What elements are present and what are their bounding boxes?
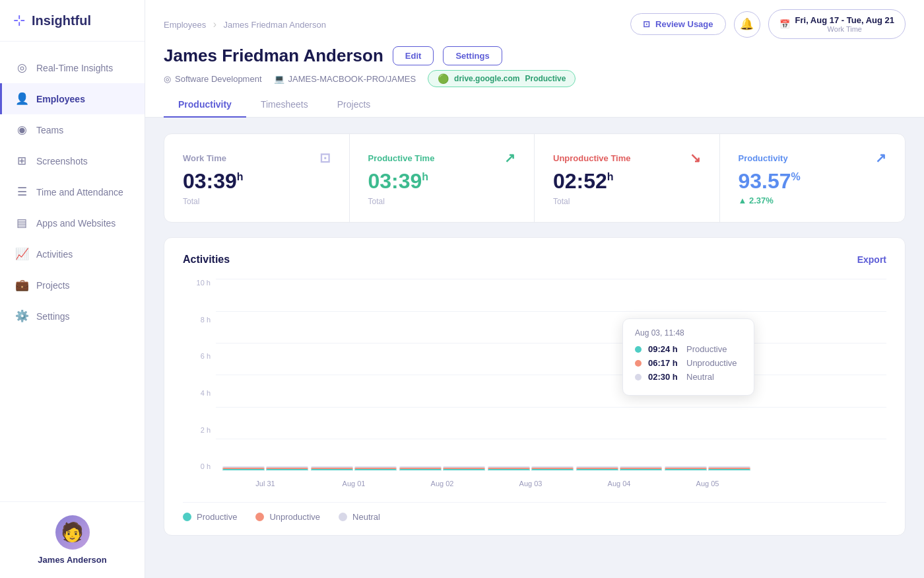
productivity-value: 93.57% [739,170,887,193]
apps-icon: ▤ [15,216,28,230]
tab-timesheets[interactable]: Timesheets [246,92,323,118]
bar-productive [708,469,750,470]
productivity-trend-icon: ↗ [875,150,886,166]
bar-productive [311,469,353,470]
sidebar-item-label: Time and Attendance [36,187,123,198]
real-time-icon: ◎ [15,61,28,75]
legend-label-unproductive: Unproductive [269,512,320,522]
sidebar-nav: ◎ Real-Time Insights 👤 Employees ◉ Teams… [0,42,145,501]
breadcrumb: Employees › James Friedman Anderson [164,18,326,30]
legend-dot-unproductive [255,513,264,521]
sidebar-item-employees[interactable]: 👤 Employees [0,83,145,114]
bar-productive [620,469,662,470]
chart-header: Activities Export [183,254,886,266]
bar-productive [222,469,265,470]
tab-productivity[interactable]: Productivity [164,92,246,118]
bar-chart: 10 h 8 h 6 h 4 h 2 h 0 h [183,279,886,490]
bar-label: Aug 05 [696,480,719,488]
review-usage-button[interactable]: ⊡ Review Usage [630,13,725,35]
settings-icon: ⚙️ [15,309,28,323]
settings-button[interactable]: Settings [443,46,502,65]
breadcrumb-section[interactable]: Employees [164,20,206,30]
bar-productive [531,469,574,470]
teams-icon: ◉ [15,123,28,137]
sidebar-item-label: Projects [36,280,70,291]
productive-time-label: Productive Time ↗ [368,150,516,166]
export-button[interactable]: Export [857,254,886,265]
tab-projects[interactable]: Projects [323,92,385,118]
bar-productive [266,469,308,470]
sidebar: ⊹ Insightful ◎ Real-Time Insights 👤 Empl… [0,0,145,578]
legend-label-neutral: Neutral [352,512,380,522]
bell-icon: 🔔 [740,17,754,31]
bar-label: Aug 02 [431,480,454,488]
legend-label-productive: Productive [197,512,237,522]
header-top-row: Employees › James Friedman Anderson ⊡ Re… [164,9,906,39]
tab-bar: Productivity Timesheets Projects [164,92,906,117]
user-name: James Anderson [38,555,106,565]
page-title: James Friedman Anderson [164,46,383,66]
bar-group-aug01: Aug 01 [311,466,397,470]
date-range-text: Fri, Aug 17 - Tue, Aug 21 [795,15,894,25]
department-icon: ◎ [164,74,171,84]
edit-button[interactable]: Edit [393,46,434,65]
bar-productive [665,469,707,470]
computer-label: JAMES-MACBOOK-PRO/JAMES [288,74,416,84]
unproductive-time-label: Unproductive Time ↘ [553,150,701,166]
sidebar-item-label: Settings [36,311,70,322]
bar-group-aug03: Aug 03 [488,466,574,470]
legend-unproductive: Unproductive [255,512,320,522]
sidebar-item-label: Screenshots [36,156,88,166]
bar-productive [399,469,442,470]
unproductive-time-total: Total [553,197,701,206]
time-icon: ☰ [15,185,28,199]
chart-section: Activities Export 10 h 8 h 6 h 4 h 2 h 0… [164,237,906,536]
chart-tooltip: Aug 03, 11:48 09:24 h Productive 06:17 h… [622,318,754,396]
sidebar-item-time-attendance[interactable]: ☰ Time and Attendance [0,176,145,207]
sidebar-item-real-time[interactable]: ◎ Real-Time Insights [0,52,145,83]
stat-unproductive-time: Unproductive Time ↘ 02:52h Total [535,134,720,222]
tooltip-dot-productive [635,346,642,353]
breadcrumb-page: James Friedman Anderson [224,20,326,30]
screenshots-icon: ⊞ [15,154,28,168]
meta-computer: 💻 JAMES-MACBOOK-PRO/JAMES [274,74,416,84]
sidebar-item-teams[interactable]: ◉ Teams [0,114,145,145]
sidebar-item-settings[interactable]: ⚙️ Settings [0,301,145,332]
bar-productive [443,469,485,470]
productive-badge: 🟢 drive.google.com Productive [428,70,576,87]
stat-productivity: Productivity ↗ 93.57% ▲ 2.37% [720,134,906,222]
sidebar-item-label: Real-Time Insights [36,63,113,73]
google-icon: 🟢 [438,73,449,84]
productivity-change: ▲ 2.37% [739,196,887,205]
tooltip-item-unproductive: 06:17 h Unproductive [635,358,742,368]
date-sub-text: Work Time [795,25,894,33]
bar-productive [488,469,530,470]
badge-url: drive.google.com [454,74,519,83]
work-time-label: Work Time ⊡ [183,150,331,166]
y-axis: 10 h 8 h 6 h 4 h 2 h 0 h [183,279,214,470]
stat-productive-time: Productive Time ↗ 03:39h Total [350,134,535,222]
productive-trend-icon: ↗ [504,150,515,166]
bar-label: Jul 31 [255,480,275,488]
page-header: Employees › James Friedman Anderson ⊡ Re… [145,0,924,118]
sidebar-item-projects[interactable]: 💼 Projects [0,270,145,301]
app-name: Insightful [32,13,91,28]
bar-group-aug04: Aug 04 [576,466,662,470]
page-title-row: James Friedman Anderson Edit Settings [164,46,906,66]
sidebar-item-label: Activities [36,249,73,260]
sidebar-item-activities[interactable]: 📈 Activities [0,238,145,270]
meta-department: ◎ Software Development [164,74,262,84]
avatar: 🧑 [55,515,90,550]
sidebar-item-screenshots[interactable]: ⊞ Screenshots [0,145,145,176]
projects-icon: 💼 [15,278,28,292]
app-logo: ⊹ Insightful [0,0,145,42]
sidebar-item-apps-websites[interactable]: ▤ Apps and Websites [0,207,145,238]
sidebar-item-label: Teams [36,125,63,135]
productivity-label: Productivity ↗ [739,150,887,166]
date-range-button[interactable]: 📅 Fri, Aug 17 - Tue, Aug 21 Work Time [768,9,906,39]
tooltip-item-neutral: 02:30 h Neutral [635,372,742,382]
main-content: Employees › James Friedman Anderson ⊡ Re… [145,0,924,578]
unproductive-time-value: 02:52h [553,170,701,193]
work-time-total: Total [183,197,331,206]
notification-bell-button[interactable]: 🔔 [734,11,760,38]
